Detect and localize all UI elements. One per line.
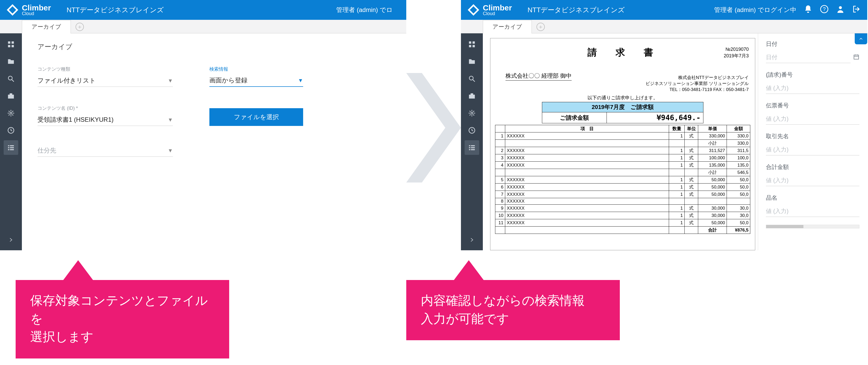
- rail-dashboard-icon[interactable]: [465, 37, 479, 52]
- table-row: 1XXXXXX1式330,000330,0: [495, 133, 750, 140]
- doc-addressee: 株式会社〇〇 経理部 御中: [505, 72, 571, 81]
- col-qty: 数量: [669, 125, 685, 133]
- rail-briefcase-icon[interactable]: [4, 89, 18, 103]
- svg-rect-5: [12, 45, 14, 48]
- rail-briefcase-icon[interactable]: [465, 89, 479, 103]
- svg-rect-9: [10, 93, 12, 95]
- logout-icon[interactable]: [852, 5, 861, 16]
- sp-item-input[interactable]: [766, 205, 859, 217]
- document-preview: №2019070 2019年7月3 請 求 書 株式会社〇〇 経理部 御中 株式…: [483, 33, 758, 250]
- table-row: 小計546,5: [495, 169, 750, 176]
- sp-slipno-input[interactable]: [766, 113, 859, 124]
- svg-rect-13: [10, 145, 14, 146]
- siderail: [461, 33, 483, 250]
- svg-rect-30: [471, 93, 473, 95]
- search-info-value: 画面から登録: [209, 76, 247, 84]
- select-file-button[interactable]: ファイルを選択: [209, 108, 303, 126]
- archive-form: アーカイブ コンテンツ種類 ファイル付きリスト ▾ 検索情報 画面から登録: [22, 33, 406, 250]
- table-row: 4XXXXXX1式135,000135,0: [495, 162, 750, 169]
- sort-dest-label: 仕分先: [37, 146, 56, 155]
- doc-title: 請 求 書: [495, 46, 750, 59]
- svg-rect-25: [469, 45, 471, 48]
- sp-total-label: 合計金額: [766, 163, 859, 171]
- table-row: 3XXXXXX1式100,000100,0: [495, 155, 750, 162]
- svg-rect-15: [10, 147, 14, 148]
- col-amount: 金額: [727, 125, 750, 133]
- sp-total-input[interactable]: [766, 175, 859, 186]
- svg-point-10: [10, 112, 12, 114]
- table-row: 10XXXXXX1式30,00030,0: [495, 212, 750, 219]
- doc-date: 2019年7月3: [724, 53, 749, 59]
- sp-partner-input[interactable]: [766, 144, 859, 156]
- org-name: NTTデータビジネスブレインズ: [67, 5, 164, 15]
- svg-rect-39: [854, 55, 859, 59]
- content-name-select[interactable]: 受領請求書1 (HSEIKYUR1) ▾: [37, 113, 173, 126]
- brand-sub: Cloud: [483, 11, 512, 16]
- panel-archive-preview: Climber Cloud NTTデータビジネスブレインズ 管理者 (admin…: [461, 0, 867, 250]
- amount-label: ご請求金額: [542, 112, 607, 123]
- flow-arrow-icon: [406, 73, 461, 182]
- svg-rect-33: [469, 145, 470, 146]
- svg-point-27: [469, 76, 473, 80]
- chevron-down-icon: ▾: [169, 116, 172, 123]
- search-info-select[interactable]: 画面から登録 ▾: [209, 74, 303, 87]
- rail-folder-icon[interactable]: [4, 54, 18, 69]
- svg-text:?: ?: [823, 6, 826, 12]
- svg-line-28: [473, 80, 475, 82]
- rail-list-icon[interactable]: [4, 140, 18, 155]
- brand-name: Climber: [22, 4, 51, 12]
- tab-add-button[interactable]: ＋: [536, 23, 545, 31]
- bell-icon[interactable]: [804, 5, 812, 16]
- summary-table: 2019年7月度 ご請求額 ご請求金額 ¥946,649.-: [542, 102, 704, 123]
- search-info-label: 検索情報: [209, 66, 303, 72]
- content-type-label: コンテンツ種類: [37, 66, 173, 72]
- sp-item-label: 品名: [766, 194, 859, 202]
- user-icon[interactable]: [836, 5, 845, 16]
- rail-list-icon[interactable]: [465, 140, 479, 155]
- sp-reqno-input[interactable]: [766, 82, 859, 94]
- rail-history-icon[interactable]: [465, 123, 479, 138]
- tab-add-button[interactable]: ＋: [75, 23, 84, 31]
- sp-date-input[interactable]: [766, 52, 850, 63]
- help-icon[interactable]: ?: [820, 5, 829, 16]
- brand-sub: Cloud: [22, 11, 51, 16]
- form-title: アーカイブ: [37, 42, 391, 51]
- rail-gear-icon[interactable]: [465, 106, 479, 120]
- rail-dashboard-icon[interactable]: [4, 37, 18, 52]
- rail-gear-icon[interactable]: [4, 106, 18, 120]
- rail-history-icon[interactable]: [4, 123, 18, 138]
- org-name: NTTデータビジネスブレインズ: [528, 5, 625, 15]
- table-row: 8XXXXXX: [495, 198, 750, 205]
- rail-expand-button[interactable]: [0, 232, 22, 247]
- rail-expand-button[interactable]: [461, 232, 483, 247]
- table-row: 5XXXXXX1式50,00050,0: [495, 176, 750, 184]
- tab-archive[interactable]: アーカイブ: [22, 20, 71, 33]
- brand-logo: Climber Cloud: [6, 4, 51, 16]
- tab-archive[interactable]: アーカイブ: [483, 20, 532, 33]
- sp-slipno-label: 伝票番号: [766, 102, 859, 110]
- items-table: 項 目 数量 単位 単価 金額 1XXXXXX1式330,000330,0小計3…: [495, 125, 750, 234]
- doc-intro: 以下の通りご請求申し上げます。: [495, 95, 750, 101]
- table-row: 9XXXXXX1式30,00030,0: [495, 205, 750, 212]
- col-item: 項 目: [505, 125, 669, 133]
- tabstrip: アーカイブ ＋: [461, 20, 867, 33]
- horizontal-scrollbar[interactable]: [766, 225, 859, 228]
- sp-date-label: 日付: [766, 40, 859, 48]
- rail-search-icon[interactable]: [4, 72, 18, 86]
- svg-rect-37: [469, 149, 470, 150]
- table-row: 2XXXXXX1式311,527311,5: [495, 147, 750, 155]
- content-name-label: コンテンツ名 (ID) *: [37, 105, 173, 111]
- svg-rect-34: [471, 145, 475, 146]
- content-type-select[interactable]: ファイル付きリスト ▾: [37, 74, 173, 87]
- svg-rect-16: [8, 149, 9, 150]
- rail-search-icon[interactable]: [465, 72, 479, 86]
- svg-point-31: [471, 112, 473, 114]
- calendar-icon[interactable]: [853, 54, 859, 61]
- table-row: 小計330,0: [495, 140, 750, 147]
- collapse-pane-button[interactable]: [855, 33, 867, 44]
- rail-folder-icon[interactable]: [465, 54, 479, 69]
- topbar: Climber Cloud NTTデータビジネスブレインズ 管理者 (admin…: [461, 0, 867, 20]
- svg-rect-24: [473, 41, 475, 44]
- callout-right-text: 内容確認しながらの検索情報 入力が可能です: [421, 293, 585, 326]
- sort-dest-select[interactable]: 仕分先 ▾: [37, 144, 173, 157]
